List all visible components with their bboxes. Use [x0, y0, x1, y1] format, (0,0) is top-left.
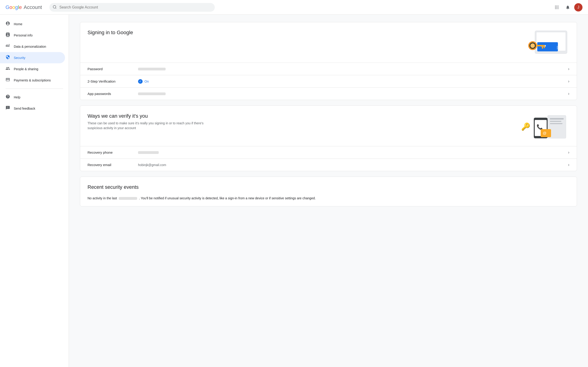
data-personalization-icon [6, 44, 10, 49]
main-content: Signing in to Google *** | [69, 15, 588, 367]
signing-in-card-title-area: Signing in to Google [87, 30, 133, 35]
security-icon [6, 55, 10, 60]
sidebar-item-personal-info[interactable]: Personal info [0, 30, 65, 41]
svg-text:|: | [557, 45, 558, 49]
people-sharing-icon [6, 66, 10, 72]
app-passwords-row[interactable]: App passwords › [80, 87, 577, 100]
security-events-header: Recent security events [80, 177, 577, 196]
recovery-phone-row[interactable]: Recovery phone › [80, 146, 577, 158]
signing-in-card-header: Signing in to Google *** | [80, 22, 577, 63]
verify-card: Ways we can verify it's you These can be… [80, 106, 577, 171]
svg-rect-14 [9, 44, 9, 47]
google-account-logo[interactable]: Google Account [6, 4, 42, 10]
recovery-email-text: hobinjk@gmail.com [138, 163, 166, 167]
verify-illustration: 📞 @ 🔑 [514, 113, 569, 141]
svg-rect-17 [537, 42, 558, 51]
svg-text:***: *** [541, 44, 546, 49]
app-passwords-placeholder [138, 92, 166, 95]
sidebar-item-personal-info-label: Personal info [14, 33, 33, 37]
header-account-label: Account [24, 4, 42, 10]
signing-in-card: Signing in to Google *** | [80, 22, 577, 100]
google-logo: Google [6, 4, 22, 10]
2step-label: 2-Step Verification [87, 79, 138, 83]
recovery-email-chevron: › [568, 162, 569, 167]
verify-title: Ways we can verify it's you [87, 113, 216, 119]
password-label: Password [87, 67, 138, 71]
svg-rect-11 [6, 45, 7, 47]
payments-icon [6, 77, 10, 83]
svg-rect-29 [550, 123, 562, 124]
signing-in-illustration: *** | [514, 30, 569, 57]
svg-point-2 [555, 6, 556, 6]
svg-rect-22 [535, 45, 545, 46]
svg-point-0 [53, 5, 56, 8]
help-icon [6, 94, 10, 100]
sidebar-item-people-label: People & sharing [14, 67, 38, 71]
sidebar-item-payments-label: Payments & subscriptions [14, 78, 51, 82]
password-chevron: › [568, 67, 569, 71]
svg-point-10 [558, 8, 558, 9]
2step-row[interactable]: 2-Step Verification ✓ On › [80, 75, 577, 87]
personal-info-icon [6, 32, 10, 38]
2step-chevron: › [568, 79, 569, 84]
password-value [138, 68, 568, 70]
svg-rect-27 [550, 118, 564, 119]
recovery-phone-chevron: › [568, 150, 569, 155]
svg-text:@: @ [543, 131, 546, 135]
security-events-title-area: Recent security events [87, 184, 139, 190]
search-input[interactable] [49, 3, 215, 12]
app-passwords-label: App passwords [87, 92, 138, 96]
password-row[interactable]: Password › [80, 63, 577, 75]
security-events-placeholder [119, 197, 137, 200]
svg-point-21 [530, 43, 535, 48]
sidebar-item-send-feedback[interactable]: Send feedback [0, 103, 65, 114]
recovery-email-row[interactable]: Recovery email hobinjk@gmail.com › [80, 158, 577, 171]
svg-rect-28 [550, 121, 561, 122]
search-icon [52, 5, 57, 10]
svg-rect-12 [7, 44, 7, 47]
recovery-phone-value [138, 151, 568, 154]
svg-rect-24 [544, 46, 545, 48]
notifications-button[interactable] [563, 3, 572, 12]
sidebar-item-home-label: Home [14, 22, 22, 26]
check-circle-icon: ✓ [138, 79, 143, 84]
sidebar-item-payments[interactable]: Payments & subscriptions [0, 75, 65, 86]
header-right: J [552, 3, 582, 12]
sidebar-item-security-label: Security [14, 56, 26, 60]
layout: Home Personal info Data & personalizatio… [0, 15, 588, 367]
verify-card-header: Ways we can verify it's you These can be… [80, 106, 577, 146]
search-bar [49, 3, 215, 12]
verify-card-title-area: Ways we can verify it's you These can be… [87, 113, 216, 131]
avatar[interactable]: J [574, 3, 582, 11]
svg-point-7 [558, 7, 558, 8]
sidebar-item-people-sharing[interactable]: People & sharing [0, 63, 65, 75]
sidebar-item-help[interactable]: Help [0, 92, 65, 103]
2step-value: ✓ On [138, 79, 568, 84]
recovery-email-value: hobinjk@gmail.com [138, 163, 568, 167]
recovery-phone-label: Recovery phone [87, 150, 138, 154]
svg-point-4 [558, 6, 558, 6]
sidebar-item-security[interactable]: Security [0, 52, 65, 63]
security-events-body: No activity in the last . You'll be noti… [80, 196, 577, 206]
app-passwords-value [138, 92, 568, 95]
sidebar-item-home[interactable]: Home [0, 18, 65, 30]
sidebar-item-data-personalization[interactable]: Data & personalization [0, 41, 65, 52]
svg-rect-23 [542, 46, 543, 49]
svg-point-8 [555, 8, 556, 9]
header: Google Account J [0, 0, 588, 15]
svg-rect-13 [8, 45, 9, 47]
svg-point-9 [556, 8, 557, 9]
verify-subtitle: These can be used to make sure it's real… [87, 121, 216, 131]
apps-button[interactable] [552, 3, 561, 12]
sidebar-item-send-feedback-label: Send feedback [14, 107, 35, 110]
2step-status-text: On [145, 80, 149, 83]
sidebar-item-help-label: Help [14, 95, 20, 99]
security-events-card: Recent security events No activity in th… [80, 177, 577, 206]
svg-text:📞: 📞 [536, 124, 543, 130]
sidebar-divider [6, 89, 63, 89]
svg-point-5 [555, 7, 556, 8]
password-placeholder [138, 68, 166, 70]
app-passwords-chevron: › [568, 91, 569, 96]
svg-line-1 [55, 8, 56, 8]
svg-point-3 [556, 6, 557, 6]
